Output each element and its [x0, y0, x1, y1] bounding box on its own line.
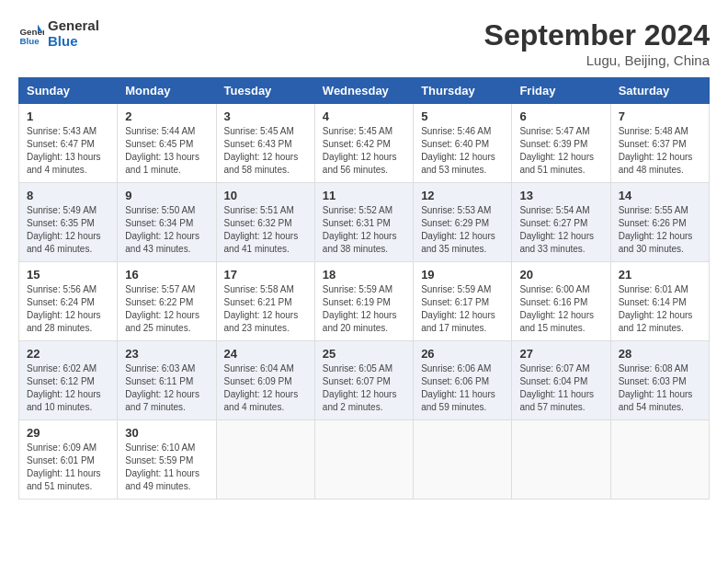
calendar-cell: 29Sunrise: 6:09 AMSunset: 6:01 PMDayligh… — [19, 420, 118, 500]
day-info: Sunrise: 6:02 AMSunset: 6:12 PMDaylight:… — [27, 362, 109, 414]
day-number: 22 — [27, 347, 109, 361]
day-info: Sunrise: 5:45 AMSunset: 6:42 PMDaylight:… — [323, 125, 405, 177]
calendar-cell: 16Sunrise: 5:57 AMSunset: 6:22 PMDayligh… — [118, 262, 216, 341]
calendar-week-4: 22Sunrise: 6:02 AMSunset: 6:12 PMDayligh… — [19, 341, 710, 420]
day-info: Sunrise: 5:59 AMSunset: 6:17 PMDaylight:… — [421, 283, 504, 335]
day-info: Sunrise: 5:54 AMSunset: 6:27 PMDaylight:… — [519, 204, 602, 256]
weekday-header-wednesday: Wednesday — [314, 78, 413, 104]
weekday-header-thursday: Thursday — [414, 78, 512, 104]
day-number: 3 — [224, 109, 307, 123]
calendar-cell: 27Sunrise: 6:07 AMSunset: 6:04 PMDayligh… — [512, 341, 610, 420]
calendar-cell: 22Sunrise: 6:02 AMSunset: 6:12 PMDayligh… — [19, 341, 118, 420]
location: Lugu, Beijing, China — [484, 52, 710, 68]
day-info: Sunrise: 5:46 AMSunset: 6:40 PMDaylight:… — [421, 125, 504, 177]
title-area: September 2024 Lugu, Beijing, China — [484, 18, 710, 68]
calendar-week-2: 8Sunrise: 5:49 AMSunset: 6:35 PMDaylight… — [19, 183, 710, 262]
day-info: Sunrise: 5:59 AMSunset: 6:19 PMDaylight:… — [323, 283, 405, 335]
weekday-header-saturday: Saturday — [610, 78, 709, 104]
day-number: 20 — [519, 268, 602, 282]
day-number: 25 — [323, 347, 405, 361]
calendar-cell: 11Sunrise: 5:52 AMSunset: 6:31 PMDayligh… — [314, 183, 413, 262]
day-info: Sunrise: 5:52 AMSunset: 6:31 PMDaylight:… — [323, 204, 405, 256]
day-number: 26 — [421, 347, 504, 361]
calendar-cell: 19Sunrise: 5:59 AMSunset: 6:17 PMDayligh… — [414, 262, 512, 341]
day-info: Sunrise: 6:06 AMSunset: 6:06 PMDaylight:… — [421, 362, 504, 414]
day-number: 11 — [323, 189, 405, 202]
day-info: Sunrise: 5:43 AMSunset: 6:47 PMDaylight:… — [27, 125, 109, 177]
calendar-cell: 14Sunrise: 5:55 AMSunset: 6:26 PMDayligh… — [610, 183, 709, 262]
month-title: September 2024 — [484, 18, 710, 52]
calendar-cell: 1Sunrise: 5:43 AMSunset: 6:47 PMDaylight… — [19, 104, 118, 183]
day-info: Sunrise: 6:07 AMSunset: 6:04 PMDaylight:… — [519, 362, 602, 414]
calendar-week-3: 15Sunrise: 5:56 AMSunset: 6:24 PMDayligh… — [19, 262, 710, 341]
day-number: 14 — [619, 189, 701, 202]
calendar-cell: 10Sunrise: 5:51 AMSunset: 6:32 PMDayligh… — [216, 183, 314, 262]
weekday-header-row: SundayMondayTuesdayWednesdayThursdayFrid… — [19, 78, 710, 104]
weekday-header-tuesday: Tuesday — [216, 78, 314, 104]
calendar-cell: 25Sunrise: 6:05 AMSunset: 6:07 PMDayligh… — [314, 341, 413, 420]
day-info: Sunrise: 5:44 AMSunset: 6:45 PMDaylight:… — [125, 125, 208, 177]
day-info: Sunrise: 5:48 AMSunset: 6:37 PMDaylight:… — [619, 125, 701, 177]
day-info: Sunrise: 5:55 AMSunset: 6:26 PMDaylight:… — [619, 204, 701, 256]
calendar-cell: 15Sunrise: 5:56 AMSunset: 6:24 PMDayligh… — [19, 262, 118, 341]
calendar-cell: 9Sunrise: 5:50 AMSunset: 6:34 PMDaylight… — [118, 183, 216, 262]
day-number: 5 — [421, 109, 504, 123]
day-number: 12 — [421, 189, 504, 202]
calendar-cell: 8Sunrise: 5:49 AMSunset: 6:35 PMDaylight… — [19, 183, 118, 262]
day-number: 28 — [619, 347, 701, 361]
day-number: 7 — [619, 109, 701, 123]
calendar-cell: 30Sunrise: 6:10 AMSunset: 5:59 PMDayligh… — [118, 420, 216, 500]
day-info: Sunrise: 5:57 AMSunset: 6:22 PMDaylight:… — [125, 283, 208, 335]
day-info: Sunrise: 6:10 AMSunset: 5:59 PMDaylight:… — [125, 442, 208, 493]
calendar-cell: 20Sunrise: 6:00 AMSunset: 6:16 PMDayligh… — [512, 262, 610, 341]
calendar-cell: 21Sunrise: 6:01 AMSunset: 6:14 PMDayligh… — [610, 262, 709, 341]
day-info: Sunrise: 5:47 AMSunset: 6:39 PMDaylight:… — [519, 125, 602, 177]
calendar-cell: 23Sunrise: 6:03 AMSunset: 6:11 PMDayligh… — [118, 341, 216, 420]
day-number: 8 — [27, 189, 109, 202]
day-number: 29 — [27, 426, 109, 440]
day-info: Sunrise: 6:01 AMSunset: 6:14 PMDaylight:… — [619, 283, 701, 335]
day-number: 15 — [27, 268, 109, 282]
day-number: 30 — [125, 426, 208, 440]
calendar-cell: 13Sunrise: 5:54 AMSunset: 6:27 PMDayligh… — [512, 183, 610, 262]
day-number: 6 — [519, 109, 602, 123]
calendar-body: 1Sunrise: 5:43 AMSunset: 6:47 PMDaylight… — [19, 104, 710, 500]
logo-line2: Blue — [48, 34, 99, 50]
calendar-cell: 3Sunrise: 5:45 AMSunset: 6:43 PMDaylight… — [216, 104, 314, 183]
calendar-table: SundayMondayTuesdayWednesdayThursdayFrid… — [18, 77, 710, 500]
calendar-cell — [216, 420, 314, 500]
logo: General Blue General Blue — [18, 18, 99, 49]
calendar-cell — [512, 420, 610, 500]
day-info: Sunrise: 5:49 AMSunset: 6:35 PMDaylight:… — [27, 204, 109, 256]
day-info: Sunrise: 6:00 AMSunset: 6:16 PMDaylight:… — [519, 283, 602, 335]
calendar-cell — [610, 420, 709, 500]
day-info: Sunrise: 5:51 AMSunset: 6:32 PMDaylight:… — [224, 204, 307, 256]
calendar-cell: 24Sunrise: 6:04 AMSunset: 6:09 PMDayligh… — [216, 341, 314, 420]
day-info: Sunrise: 6:08 AMSunset: 6:03 PMDaylight:… — [619, 362, 701, 414]
logo-line1: General — [48, 18, 99, 34]
logo-icon: General Blue — [18, 21, 44, 47]
day-number: 18 — [323, 268, 405, 282]
weekday-header-monday: Monday — [118, 78, 216, 104]
calendar-cell: 18Sunrise: 5:59 AMSunset: 6:19 PMDayligh… — [314, 262, 413, 341]
calendar-cell: 6Sunrise: 5:47 AMSunset: 6:39 PMDaylight… — [512, 104, 610, 183]
day-info: Sunrise: 6:03 AMSunset: 6:11 PMDaylight:… — [125, 362, 208, 414]
calendar-cell: 26Sunrise: 6:06 AMSunset: 6:06 PMDayligh… — [414, 341, 512, 420]
calendar-cell: 2Sunrise: 5:44 AMSunset: 6:45 PMDaylight… — [118, 104, 216, 183]
header: General Blue General Blue September 2024… — [18, 18, 710, 68]
day-number: 4 — [323, 109, 405, 123]
calendar-week-1: 1Sunrise: 5:43 AMSunset: 6:47 PMDaylight… — [19, 104, 710, 183]
day-number: 2 — [125, 109, 208, 123]
day-number: 17 — [224, 268, 307, 282]
day-info: Sunrise: 5:50 AMSunset: 6:34 PMDaylight:… — [125, 204, 208, 256]
calendar-cell: 5Sunrise: 5:46 AMSunset: 6:40 PMDaylight… — [414, 104, 512, 183]
calendar-cell — [314, 420, 413, 500]
calendar-week-5: 29Sunrise: 6:09 AMSunset: 6:01 PMDayligh… — [19, 420, 710, 500]
day-number: 21 — [619, 268, 701, 282]
calendar-cell: 17Sunrise: 5:58 AMSunset: 6:21 PMDayligh… — [216, 262, 314, 341]
day-number: 24 — [224, 347, 307, 361]
calendar-cell: 12Sunrise: 5:53 AMSunset: 6:29 PMDayligh… — [414, 183, 512, 262]
day-number: 1 — [27, 109, 109, 123]
day-number: 19 — [421, 268, 504, 282]
calendar-cell: 7Sunrise: 5:48 AMSunset: 6:37 PMDaylight… — [610, 104, 709, 183]
